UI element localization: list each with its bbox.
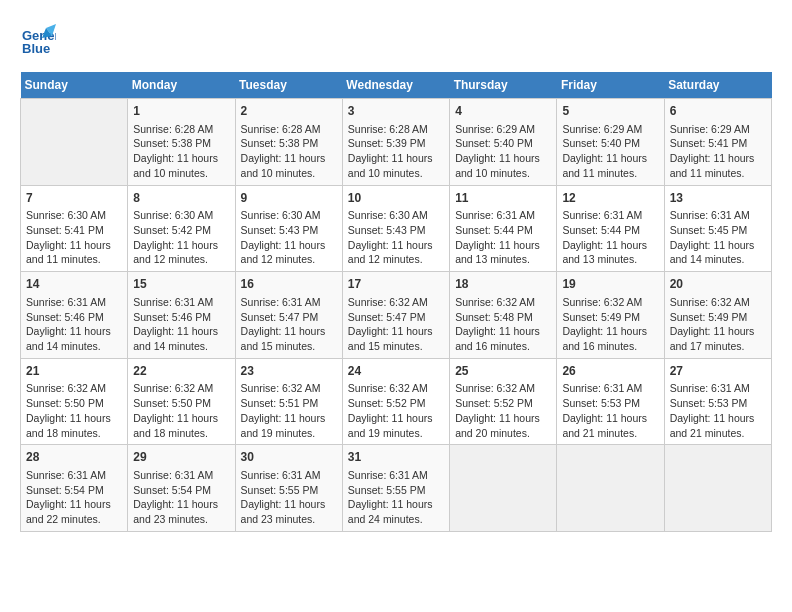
calendar-week-4: 21Sunrise: 6:32 AM Sunset: 5:50 PM Dayli… [21, 358, 772, 445]
day-number: 13 [670, 190, 766, 207]
day-info: Sunrise: 6:29 AM Sunset: 5:41 PM Dayligh… [670, 123, 755, 179]
day-number: 23 [241, 363, 337, 380]
calendar-week-1: 1Sunrise: 6:28 AM Sunset: 5:38 PM Daylig… [21, 99, 772, 186]
day-number: 21 [26, 363, 122, 380]
day-info: Sunrise: 6:32 AM Sunset: 5:51 PM Dayligh… [241, 382, 326, 438]
day-info: Sunrise: 6:31 AM Sunset: 5:54 PM Dayligh… [26, 469, 111, 525]
calendar-week-2: 7Sunrise: 6:30 AM Sunset: 5:41 PM Daylig… [21, 185, 772, 272]
day-info: Sunrise: 6:32 AM Sunset: 5:49 PM Dayligh… [562, 296, 647, 352]
logo-icon: General Blue [20, 20, 56, 56]
day-number: 22 [133, 363, 229, 380]
day-info: Sunrise: 6:30 AM Sunset: 5:43 PM Dayligh… [241, 209, 326, 265]
day-number: 15 [133, 276, 229, 293]
calendar-cell: 16Sunrise: 6:31 AM Sunset: 5:47 PM Dayli… [235, 272, 342, 359]
day-number: 12 [562, 190, 658, 207]
day-info: Sunrise: 6:32 AM Sunset: 5:52 PM Dayligh… [348, 382, 433, 438]
calendar-week-5: 28Sunrise: 6:31 AM Sunset: 5:54 PM Dayli… [21, 445, 772, 532]
calendar-cell: 5Sunrise: 6:29 AM Sunset: 5:40 PM Daylig… [557, 99, 664, 186]
day-info: Sunrise: 6:30 AM Sunset: 5:42 PM Dayligh… [133, 209, 218, 265]
calendar-cell [450, 445, 557, 532]
day-number: 29 [133, 449, 229, 466]
day-number: 20 [670, 276, 766, 293]
day-header-thursday: Thursday [450, 72, 557, 99]
day-info: Sunrise: 6:28 AM Sunset: 5:38 PM Dayligh… [133, 123, 218, 179]
calendar-cell: 11Sunrise: 6:31 AM Sunset: 5:44 PM Dayli… [450, 185, 557, 272]
calendar-cell: 20Sunrise: 6:32 AM Sunset: 5:49 PM Dayli… [664, 272, 771, 359]
day-info: Sunrise: 6:28 AM Sunset: 5:39 PM Dayligh… [348, 123, 433, 179]
page-header: General Blue [20, 20, 772, 56]
day-number: 11 [455, 190, 551, 207]
calendar-cell: 31Sunrise: 6:31 AM Sunset: 5:55 PM Dayli… [342, 445, 449, 532]
day-number: 31 [348, 449, 444, 466]
day-number: 26 [562, 363, 658, 380]
day-number: 24 [348, 363, 444, 380]
day-info: Sunrise: 6:31 AM Sunset: 5:55 PM Dayligh… [241, 469, 326, 525]
day-info: Sunrise: 6:31 AM Sunset: 5:55 PM Dayligh… [348, 469, 433, 525]
calendar-table: SundayMondayTuesdayWednesdayThursdayFrid… [20, 72, 772, 532]
day-header-sunday: Sunday [21, 72, 128, 99]
calendar-cell: 14Sunrise: 6:31 AM Sunset: 5:46 PM Dayli… [21, 272, 128, 359]
day-info: Sunrise: 6:32 AM Sunset: 5:52 PM Dayligh… [455, 382, 540, 438]
day-number: 4 [455, 103, 551, 120]
day-info: Sunrise: 6:28 AM Sunset: 5:38 PM Dayligh… [241, 123, 326, 179]
calendar-cell: 15Sunrise: 6:31 AM Sunset: 5:46 PM Dayli… [128, 272, 235, 359]
day-number: 18 [455, 276, 551, 293]
day-info: Sunrise: 6:32 AM Sunset: 5:50 PM Dayligh… [26, 382, 111, 438]
calendar-cell: 27Sunrise: 6:31 AM Sunset: 5:53 PM Dayli… [664, 358, 771, 445]
calendar-cell [21, 99, 128, 186]
logo: General Blue [20, 20, 60, 56]
calendar-cell: 28Sunrise: 6:31 AM Sunset: 5:54 PM Dayli… [21, 445, 128, 532]
calendar-cell: 19Sunrise: 6:32 AM Sunset: 5:49 PM Dayli… [557, 272, 664, 359]
calendar-cell: 25Sunrise: 6:32 AM Sunset: 5:52 PM Dayli… [450, 358, 557, 445]
day-header-monday: Monday [128, 72, 235, 99]
calendar-body: 1Sunrise: 6:28 AM Sunset: 5:38 PM Daylig… [21, 99, 772, 532]
calendar-cell: 17Sunrise: 6:32 AM Sunset: 5:47 PM Dayli… [342, 272, 449, 359]
day-number: 8 [133, 190, 229, 207]
day-number: 14 [26, 276, 122, 293]
day-header-wednesday: Wednesday [342, 72, 449, 99]
day-info: Sunrise: 6:30 AM Sunset: 5:41 PM Dayligh… [26, 209, 111, 265]
calendar-cell: 18Sunrise: 6:32 AM Sunset: 5:48 PM Dayli… [450, 272, 557, 359]
day-info: Sunrise: 6:31 AM Sunset: 5:46 PM Dayligh… [26, 296, 111, 352]
day-number: 5 [562, 103, 658, 120]
day-number: 2 [241, 103, 337, 120]
calendar-cell [557, 445, 664, 532]
calendar-cell [664, 445, 771, 532]
calendar-cell: 26Sunrise: 6:31 AM Sunset: 5:53 PM Dayli… [557, 358, 664, 445]
day-info: Sunrise: 6:31 AM Sunset: 5:44 PM Dayligh… [455, 209, 540, 265]
day-info: Sunrise: 6:31 AM Sunset: 5:46 PM Dayligh… [133, 296, 218, 352]
day-number: 28 [26, 449, 122, 466]
calendar-cell: 30Sunrise: 6:31 AM Sunset: 5:55 PM Dayli… [235, 445, 342, 532]
calendar-cell: 23Sunrise: 6:32 AM Sunset: 5:51 PM Dayli… [235, 358, 342, 445]
calendar-cell: 22Sunrise: 6:32 AM Sunset: 5:50 PM Dayli… [128, 358, 235, 445]
day-number: 10 [348, 190, 444, 207]
day-number: 25 [455, 363, 551, 380]
day-info: Sunrise: 6:31 AM Sunset: 5:53 PM Dayligh… [562, 382, 647, 438]
calendar-cell: 7Sunrise: 6:30 AM Sunset: 5:41 PM Daylig… [21, 185, 128, 272]
calendar-cell: 6Sunrise: 6:29 AM Sunset: 5:41 PM Daylig… [664, 99, 771, 186]
day-info: Sunrise: 6:31 AM Sunset: 5:44 PM Dayligh… [562, 209, 647, 265]
day-header-saturday: Saturday [664, 72, 771, 99]
day-number: 30 [241, 449, 337, 466]
day-header-tuesday: Tuesday [235, 72, 342, 99]
day-info: Sunrise: 6:32 AM Sunset: 5:50 PM Dayligh… [133, 382, 218, 438]
day-info: Sunrise: 6:31 AM Sunset: 5:45 PM Dayligh… [670, 209, 755, 265]
calendar-cell: 9Sunrise: 6:30 AM Sunset: 5:43 PM Daylig… [235, 185, 342, 272]
day-number: 9 [241, 190, 337, 207]
day-info: Sunrise: 6:32 AM Sunset: 5:48 PM Dayligh… [455, 296, 540, 352]
day-number: 1 [133, 103, 229, 120]
calendar-cell: 29Sunrise: 6:31 AM Sunset: 5:54 PM Dayli… [128, 445, 235, 532]
svg-text:Blue: Blue [22, 41, 50, 56]
calendar-cell: 4Sunrise: 6:29 AM Sunset: 5:40 PM Daylig… [450, 99, 557, 186]
calendar-header: SundayMondayTuesdayWednesdayThursdayFrid… [21, 72, 772, 99]
calendar-cell: 1Sunrise: 6:28 AM Sunset: 5:38 PM Daylig… [128, 99, 235, 186]
day-number: 17 [348, 276, 444, 293]
day-info: Sunrise: 6:32 AM Sunset: 5:49 PM Dayligh… [670, 296, 755, 352]
calendar-cell: 2Sunrise: 6:28 AM Sunset: 5:38 PM Daylig… [235, 99, 342, 186]
calendar-week-3: 14Sunrise: 6:31 AM Sunset: 5:46 PM Dayli… [21, 272, 772, 359]
calendar-cell: 13Sunrise: 6:31 AM Sunset: 5:45 PM Dayli… [664, 185, 771, 272]
day-number: 19 [562, 276, 658, 293]
day-number: 7 [26, 190, 122, 207]
day-info: Sunrise: 6:31 AM Sunset: 5:54 PM Dayligh… [133, 469, 218, 525]
day-number: 6 [670, 103, 766, 120]
